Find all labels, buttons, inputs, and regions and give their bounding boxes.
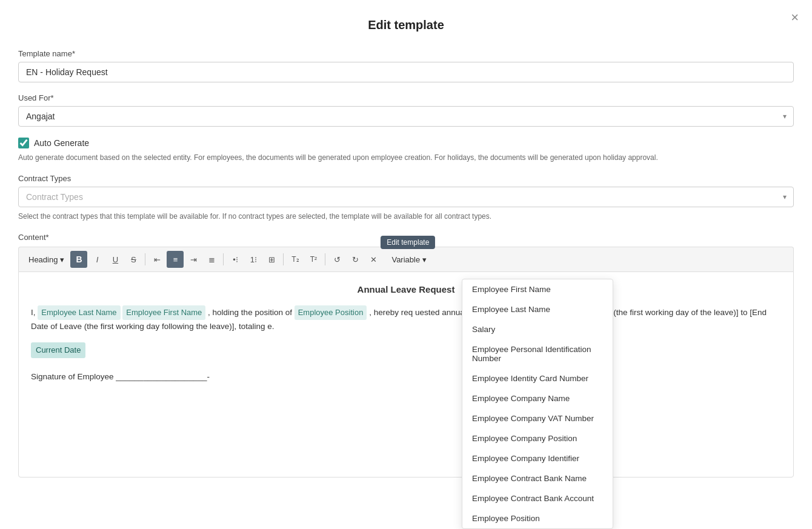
- auto-generate-checkbox[interactable]: [18, 138, 29, 148]
- bullet-list-icon: •⁝: [233, 255, 238, 264]
- content-label: Content*: [18, 233, 794, 242]
- align-left-icon: ⇤: [154, 255, 161, 264]
- separator-2: [223, 253, 224, 265]
- variable-label: Variable: [391, 255, 420, 264]
- align-right-icon: ⇥: [190, 255, 197, 264]
- dropdown-item-employee-company-vat[interactable]: Employee Company VAT Number: [462, 408, 613, 428]
- separator-4: [325, 253, 325, 265]
- modal-title: Edit template: [18, 18, 794, 32]
- dropdown-item-employee-contract-bank-name[interactable]: Employee Contract Bank Name: [462, 468, 613, 488]
- contract-types-group: Contract Types Contract Types ▾ Select t…: [18, 174, 794, 222]
- align-center-button[interactable]: ≡: [167, 251, 184, 268]
- separator-1: [145, 253, 145, 265]
- clear-format-icon: ✕: [370, 255, 377, 264]
- align-left-button[interactable]: ⇤: [148, 251, 165, 268]
- used-for-group: Used For* Angajat ▾: [18, 93, 794, 127]
- body-text-2: , holding the position of: [208, 308, 292, 317]
- body-text-4: e.: [267, 322, 274, 331]
- employee-position-tag[interactable]: Employee Position: [295, 305, 367, 320]
- used-for-label: Used For*: [18, 93, 794, 102]
- dropdown-item-employee-first-name[interactable]: Employee First Name: [462, 279, 613, 299]
- redo-button[interactable]: ↻: [347, 251, 364, 268]
- italic-button[interactable]: I: [88, 251, 105, 268]
- subscript-icon: T₂: [291, 255, 299, 264]
- redo-icon: ↻: [352, 255, 359, 264]
- current-date-tag[interactable]: Current Date: [31, 342, 85, 358]
- template-name-group: Template name*: [18, 49, 794, 82]
- align-center-icon: ≡: [173, 255, 178, 264]
- dropdown-item-employee-company-name[interactable]: Employee Company Name: [462, 388, 613, 408]
- ordered-list-icon: 1⁝: [250, 255, 257, 264]
- strikethrough-button[interactable]: S: [125, 251, 142, 268]
- justify-icon: ≣: [208, 255, 215, 264]
- used-for-select[interactable]: Angajat: [18, 106, 794, 127]
- auto-generate-group: Auto Generate Auto generate document bas…: [18, 138, 794, 163]
- dropdown-item-employee-position[interactable]: Employee Position: [462, 508, 613, 528]
- underline-icon: U: [113, 255, 118, 264]
- editor-area[interactable]: Annual Leave Request I, Employee Last Na…: [18, 271, 794, 477]
- used-for-select-wrapper: Angajat ▾: [18, 106, 794, 127]
- content-group: Content* Heading ▾ B I U S: [18, 233, 794, 477]
- table-icon: ⊞: [268, 255, 275, 264]
- dropdown-item-employee-last-name[interactable]: Employee Last Name: [462, 299, 613, 319]
- heading-chevron-icon: ▾: [60, 255, 64, 264]
- superscript-icon: T²: [310, 255, 317, 264]
- table-button[interactable]: ⊞: [263, 251, 280, 268]
- auto-generate-row: Auto Generate: [18, 138, 794, 148]
- variable-dropdown-menu: Employee First Name Employee Last Name S…: [462, 279, 613, 529]
- contract-types-help: Select the contract types that this temp…: [18, 211, 794, 222]
- variable-btn-wrapper: Variable ▾ Edit template: [383, 253, 433, 267]
- close-button[interactable]: ×: [791, 11, 799, 24]
- template-name-input[interactable]: [18, 62, 794, 82]
- heading-dropdown-btn[interactable]: Heading ▾: [24, 253, 69, 267]
- template-name-label: Template name*: [18, 49, 794, 58]
- dropdown-item-employee-company-identifier[interactable]: Employee Company Identifier: [462, 448, 613, 468]
- ordered-list-button[interactable]: 1⁝: [245, 251, 262, 268]
- document-title: Annual Leave Request: [31, 284, 781, 294]
- contract-types-select-wrapper: Contract Types ▾: [18, 187, 794, 207]
- align-right-button[interactable]: ⇥: [185, 251, 202, 268]
- modal-container: Edit template × Template name* Used For*…: [0, 0, 812, 529]
- variable-button[interactable]: Variable ▾: [385, 253, 433, 267]
- signature-line: Signature of Employee __________________…: [31, 370, 781, 384]
- employee-first-name-tag[interactable]: Employee First Name: [122, 305, 205, 320]
- strikethrough-icon: S: [131, 255, 136, 264]
- dropdown-item-employee-identity-card[interactable]: Employee Identity Card Number: [462, 368, 613, 388]
- dropdown-item-employee-contract-bank-account[interactable]: Employee Contract Bank Account: [462, 488, 613, 508]
- dropdown-item-salary[interactable]: Salary: [462, 319, 613, 339]
- variable-chevron-icon: ▾: [422, 255, 427, 264]
- superscript-button[interactable]: T²: [305, 251, 322, 268]
- bold-button[interactable]: B: [70, 251, 87, 268]
- employee-last-name-tag[interactable]: Employee Last Name: [38, 305, 120, 320]
- clear-format-button[interactable]: ✕: [365, 251, 382, 268]
- contract-types-label: Contract Types: [18, 174, 794, 183]
- body-text-3: , hereby req: [369, 308, 413, 317]
- dropdown-item-employee-personal-id[interactable]: Employee Personal Identification Number: [462, 339, 613, 368]
- undo-button[interactable]: ↺: [328, 251, 345, 268]
- underline-button[interactable]: U: [107, 251, 124, 268]
- justify-button[interactable]: ≣: [203, 251, 220, 268]
- editor-body[interactable]: I, Employee Last Name Employee First Nam…: [31, 305, 781, 384]
- current-date-line: Current Date: [31, 342, 781, 358]
- italic-icon: I: [96, 255, 99, 264]
- separator-3: [283, 253, 284, 265]
- bold-icon: B: [76, 255, 82, 264]
- editor-toolbar: Heading ▾ B I U S ⇤ ≡: [18, 247, 794, 271]
- contract-types-select[interactable]: Contract Types: [18, 187, 794, 207]
- heading-label: Heading: [28, 255, 58, 264]
- subscript-button[interactable]: T₂: [287, 251, 304, 268]
- auto-generate-label: Auto Generate: [34, 138, 89, 148]
- bullet-list-button[interactable]: •⁝: [227, 251, 244, 268]
- body-text-1: I,: [31, 308, 36, 317]
- auto-generate-help: Auto generate document based on the sele…: [18, 152, 794, 163]
- undo-icon: ↺: [334, 255, 341, 264]
- dropdown-item-employee-company-position[interactable]: Employee Company Position: [462, 428, 613, 448]
